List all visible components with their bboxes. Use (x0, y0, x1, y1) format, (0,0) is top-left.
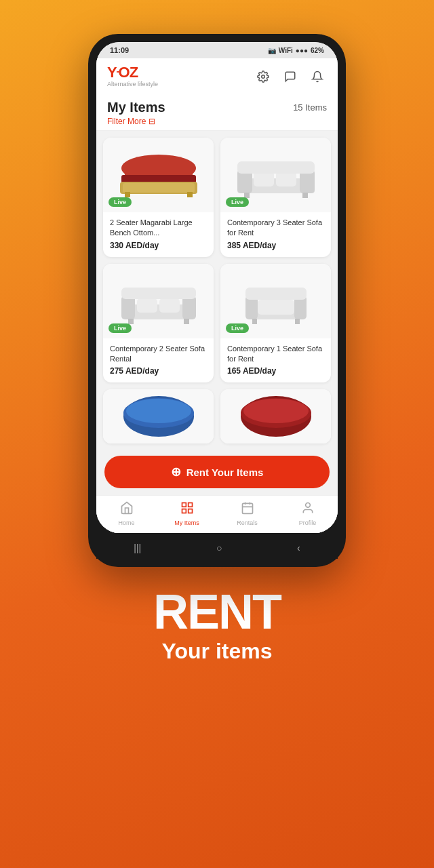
item-price-1: 385 AED/day (227, 241, 324, 250)
items-grid: Live 2 Seater Magarabi Large Bench Ottom… (96, 131, 338, 450)
live-badge-1: Live (226, 197, 249, 207)
settings-icon[interactable] (254, 67, 273, 86)
logo-tagline: Alternative lifestyle (107, 81, 158, 87)
app-logo: Y••OZ (107, 65, 158, 80)
svg-rect-13 (237, 161, 315, 174)
filter-row[interactable]: Filter More ⊟ (107, 117, 327, 126)
my-items-icon (180, 501, 194, 518)
header-icons (254, 67, 327, 86)
svg-rect-29 (252, 319, 257, 324)
item-image-3: Live (220, 264, 331, 338)
logo-container: Y••OZ Alternative lifestyle (107, 65, 158, 87)
svg-rect-12 (276, 172, 296, 186)
rent-your-items-button[interactable]: ⊕ Rent Your Items (104, 456, 330, 488)
item-price-0: 330 AED/day (110, 241, 207, 250)
filter-icon[interactable]: ⊟ (149, 117, 155, 126)
item-image-5 (220, 389, 331, 443)
home-icon (120, 501, 134, 518)
nav-item-profile[interactable]: Profile (277, 501, 338, 526)
nav-label-home: Home (118, 519, 134, 526)
nav-item-rentals[interactable]: Rentals (217, 501, 277, 526)
rent-button-label: Rent Your Items (186, 467, 264, 478)
item-name-0: 2 Seater Magarabi Large Bench Ottom... (110, 218, 207, 238)
item-name-2: Contemporary 2 Seater Sofa Rental (110, 344, 207, 364)
promo-text-block: RENT Your items (153, 587, 281, 691)
nav-label-rentals: Rentals (237, 519, 258, 526)
signal-icon: ●●● (296, 47, 308, 54)
item-details-1: Contemporary 3 Seater Sofa for Rent 385 … (220, 212, 331, 257)
profile-icon (301, 501, 315, 518)
phone-home-bar: ||| ○ ‹ (96, 533, 338, 559)
home-button[interactable]: ○ (216, 542, 222, 553)
svg-point-36 (243, 399, 309, 423)
back-button[interactable]: ||| (134, 542, 141, 553)
svg-rect-22 (128, 319, 134, 324)
live-badge-3: Live (226, 323, 249, 333)
svg-rect-38 (188, 503, 192, 507)
item-card-0[interactable]: Live 2 Seater Magarabi Large Bench Ottom… (103, 138, 214, 257)
svg-rect-19 (137, 298, 157, 313)
svg-point-0 (262, 75, 265, 78)
item-card-4[interactable] (103, 389, 214, 443)
svg-rect-6 (125, 192, 130, 197)
rentals-icon (241, 501, 254, 518)
svg-rect-41 (242, 504, 252, 514)
nav-item-my-items[interactable]: My Items (157, 501, 217, 526)
promo-main-text: RENT (153, 587, 281, 636)
item-card-3[interactable]: Live Contemporary 1 Seater Sofa for Rent… (220, 264, 331, 383)
item-card-2[interactable]: Live Contemporary 2 Seater Sofa Rental 2… (103, 264, 214, 383)
status-icons: 📷 WiFi ●●● 62% (268, 47, 324, 54)
page-title-area: My Items 15 Items Filter More ⊟ (96, 94, 338, 131)
svg-rect-15 (302, 193, 308, 198)
page-wrapper: 11:09 📷 WiFi ●●● 62% Y••OZ Alternativ (0, 0, 434, 691)
item-price-2: 275 AED/day (110, 366, 207, 376)
svg-rect-27 (258, 300, 294, 315)
rent-button-wrapper: ⊕ Rent Your Items (96, 450, 338, 495)
status-bar: 11:09 📷 WiFi ●●● 62% (96, 42, 338, 58)
item-details-0: 2 Seater Magarabi Large Bench Ottom... 3… (103, 212, 214, 257)
title-row: My Items 15 Items (107, 100, 327, 115)
item-details-2: Contemporary 2 Seater Sofa Rental 275 AE… (103, 338, 214, 383)
svg-rect-20 (159, 298, 180, 313)
item-name-1: Contemporary 3 Seater Sofa for Rent (227, 218, 324, 238)
items-count: 15 Items (293, 102, 327, 113)
battery-label: 62% (311, 47, 324, 54)
status-time: 11:09 (110, 46, 129, 54)
notification-icon[interactable] (308, 67, 327, 86)
item-card-1[interactable]: Live Contemporary 3 Seater Sofa for Rent… (220, 138, 331, 257)
nav-label-profile: Profile (299, 519, 317, 526)
live-badge-0: Live (108, 197, 132, 207)
item-name-3: Contemporary 1 Seater Sofa for Rent (227, 344, 324, 364)
item-card-5[interactable] (220, 389, 331, 443)
plus-circle-icon: ⊕ (171, 465, 181, 479)
app-header: Y••OZ Alternative lifestyle (96, 58, 338, 94)
filter-label[interactable]: Filter More (107, 117, 146, 126)
svg-rect-17 (121, 296, 135, 319)
item-price-3: 165 AED/day (227, 366, 324, 376)
promo-sub-text: Your items (153, 639, 281, 664)
svg-rect-28 (245, 288, 307, 300)
svg-rect-21 (121, 288, 196, 299)
nav-item-home[interactable]: Home (96, 501, 157, 526)
camera-icon: 📷 (268, 47, 276, 54)
svg-rect-11 (254, 172, 274, 186)
svg-rect-39 (182, 509, 186, 513)
svg-point-33 (126, 399, 191, 423)
svg-rect-37 (182, 503, 186, 507)
item-image-4 (103, 389, 214, 443)
svg-rect-40 (188, 509, 192, 513)
svg-rect-18 (182, 296, 196, 319)
recents-button[interactable]: ‹ (297, 542, 300, 553)
bottom-nav: Home My Items (96, 495, 338, 533)
item-details-3: Contemporary 1 Seater Sofa for Rent 165 … (220, 338, 331, 383)
item-image-2: Live (103, 264, 214, 338)
live-badge-2: Live (108, 323, 132, 333)
svg-rect-7 (187, 192, 193, 197)
nav-label-my-items: My Items (174, 519, 199, 526)
message-icon[interactable] (281, 67, 300, 86)
phone-screen: 11:09 📷 WiFi ●●● 62% Y••OZ Alternativ (96, 42, 338, 533)
item-image-1: Live (220, 138, 331, 212)
svg-rect-23 (184, 319, 189, 324)
item-image-0: Live (103, 138, 214, 212)
svg-rect-30 (295, 319, 300, 324)
